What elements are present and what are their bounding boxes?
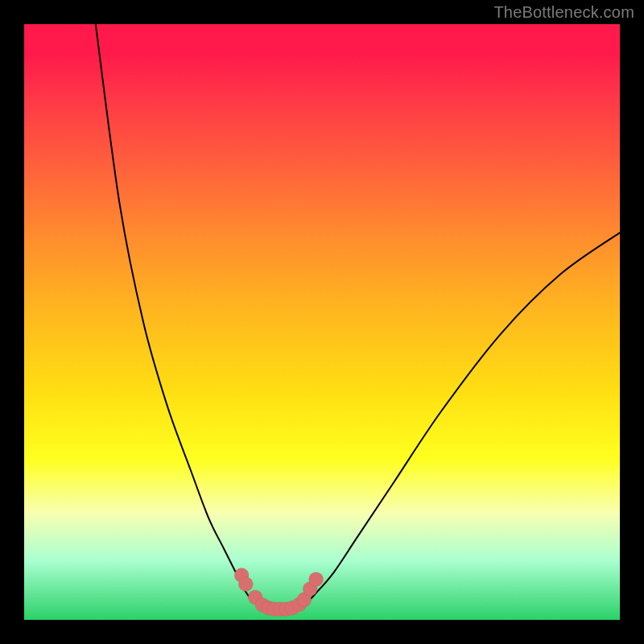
annotation-dot: [309, 572, 324, 587]
annotation-dots: [234, 568, 324, 617]
watermark: TheBottleneck.com: [493, 3, 634, 22]
annotation-dot: [238, 577, 253, 592]
chart-frame: TheBottleneck.com: [0, 0, 644, 644]
annotation-layer: [24, 24, 620, 620]
plot-area: [24, 24, 620, 620]
